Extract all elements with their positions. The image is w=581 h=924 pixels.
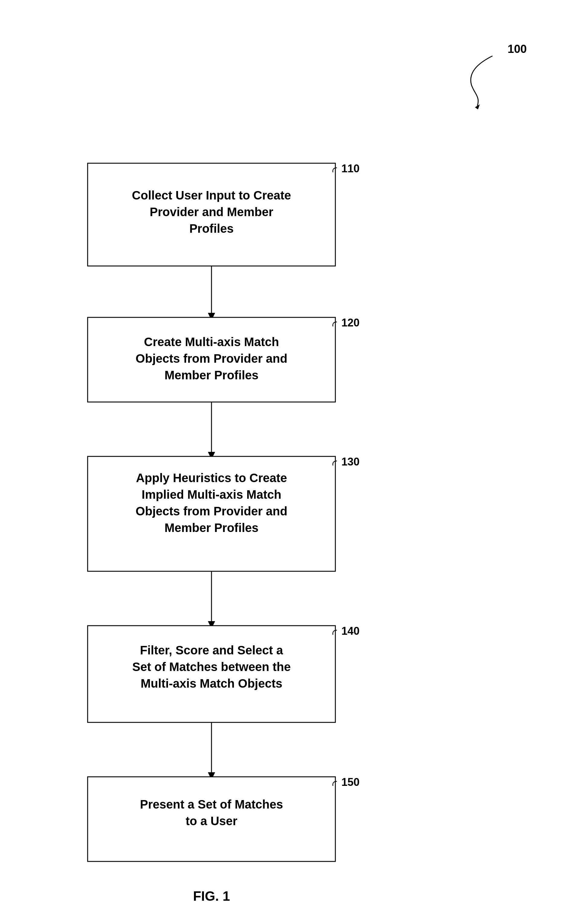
svg-rect-24	[87, 626, 335, 723]
svg-text:120: 120	[341, 317, 360, 329]
svg-text:Profiles: Profiles	[189, 222, 234, 235]
svg-text:Set of Matches between the: Set of Matches between the	[132, 660, 291, 673]
svg-text:to a User: to a User	[186, 814, 237, 828]
svg-text:Objects from Provider and: Objects from Provider and	[136, 505, 287, 518]
svg-text:Provider and Member: Provider and Member	[150, 205, 273, 219]
svg-text:FIG. 1: FIG. 1	[193, 889, 230, 903]
svg-text:Objects from Provider and: Objects from Provider and	[136, 352, 287, 365]
svg-text:130: 130	[341, 455, 360, 468]
svg-text:Apply Heuristics to Create: Apply Heuristics to Create	[136, 471, 287, 485]
svg-text:Member Profiles: Member Profiles	[165, 368, 258, 382]
svg-text:140: 140	[341, 625, 360, 637]
svg-text:110: 110	[341, 162, 360, 175]
svg-text:Collect User Input to Create: Collect User Input to Create	[132, 189, 291, 202]
svg-text:Multi-axis Match Objects: Multi-axis Match Objects	[141, 677, 283, 690]
svg-text:Create Multi-axis Match: Create Multi-axis Match	[144, 335, 279, 348]
svg-text:Implied Multi-axis Match: Implied Multi-axis Match	[142, 488, 281, 501]
diagram-svg: 100 110 Collect User Input to Create Pro…	[0, 0, 581, 924]
svg-text:Filter, Score and Select a: Filter, Score and Select a	[140, 644, 283, 657]
svg-text:100: 100	[508, 43, 527, 55]
diagram-container: 100 110 Collect User Input to Create Pro…	[0, 0, 581, 924]
svg-text:150: 150	[341, 776, 360, 788]
svg-text:Present a Set of Matches: Present a Set of Matches	[140, 798, 283, 811]
svg-text:Member Profiles: Member Profiles	[165, 521, 258, 535]
